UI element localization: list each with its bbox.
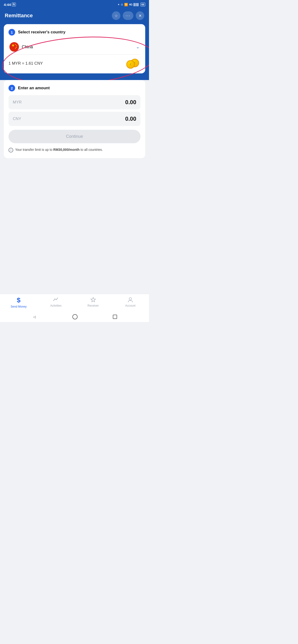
country-left: ★ ★ ★ ★ ★ China	[9, 42, 33, 52]
svg-marker-6	[91, 298, 96, 302]
myr-label: MYR	[13, 100, 22, 105]
step2-title: Enter an amount	[18, 86, 50, 90]
account-label: Account	[125, 304, 136, 307]
step1-title: Select receiver's country	[18, 30, 65, 34]
nav-activities[interactable]: Activities	[37, 296, 75, 308]
account-icon	[127, 296, 134, 303]
close-button[interactable]: ✕	[136, 11, 144, 20]
receiver-icon	[90, 296, 96, 303]
cny-value: 0.00	[125, 116, 136, 122]
country-name: China	[22, 44, 33, 50]
content-wrapper: 2 Enter an amount MYR 0.00 CNY 0.00 Cont…	[0, 80, 149, 294]
header-actions: ☆ ··· ✕	[112, 11, 144, 20]
myr-input-box[interactable]: MYR 0.00	[8, 95, 140, 110]
svg-text:★: ★	[16, 45, 17, 46]
amount-card: 2 Enter an amount MYR 0.00 CNY 0.00 Cont…	[4, 80, 145, 158]
activities-icon	[52, 296, 59, 303]
step1-header: 1 Select receiver's country	[8, 29, 140, 36]
exchange-rate-row: 1 MYR = 1.61 CNY € €	[8, 58, 140, 69]
step2-badge: 2	[8, 85, 15, 92]
chevron-down-icon: ⌄	[136, 44, 140, 50]
bottom-nav: $ Send Money Activities Receiver Account	[0, 294, 149, 312]
cny-input-box[interactable]: CNY 0.00	[8, 112, 140, 126]
nav-account[interactable]: Account	[112, 296, 149, 308]
app-header: Remittance ☆ ··· ✕	[0, 8, 149, 24]
myr-value: 0.00	[125, 99, 136, 106]
android-recent-button[interactable]	[113, 315, 117, 319]
info-icon: i	[8, 148, 13, 152]
star-icon: ☆	[114, 14, 118, 18]
status-bar: 4:44 N ✦ ⊙ 🛜 4G ▌▌▌ 66	[0, 0, 149, 8]
svg-point-7	[129, 298, 131, 300]
china-flag: ★ ★ ★ ★ ★	[9, 42, 19, 52]
close-icon: ✕	[139, 14, 142, 18]
country-card: 1 Select receiver's country ★ ★ ★ ★ ★ Ch…	[4, 24, 145, 74]
flag-svg: ★ ★ ★ ★ ★	[9, 42, 19, 52]
continue-button[interactable]: Continue	[8, 130, 140, 143]
receiver-label: Receiver	[87, 304, 99, 307]
status-time: 4:44 N	[4, 2, 16, 7]
transfer-limit-text: Your transfer limit is up to RM30,000/mo…	[15, 148, 103, 152]
spacer	[4, 161, 145, 180]
coin-front: €	[126, 60, 135, 69]
header-title: Remittance	[5, 12, 33, 19]
android-nav: ◁	[0, 312, 149, 322]
step1-badge: 1	[8, 29, 15, 36]
step2-header: 2 Enter an amount	[8, 85, 140, 92]
status-icons: ✦ ⊙ 🛜 4G ▌▌▌ 66	[118, 2, 145, 6]
country-selector[interactable]: ★ ★ ★ ★ ★ China ⌄	[8, 39, 140, 55]
svg-text:★: ★	[15, 47, 16, 49]
more-button[interactable]: ···	[123, 11, 133, 20]
send-money-icon: $	[17, 296, 20, 304]
android-back-button[interactable]: ◁	[32, 314, 37, 320]
cny-label: CNY	[13, 116, 21, 121]
android-home-button[interactable]	[72, 314, 78, 320]
main-area: 1 Select receiver's country ★ ★ ★ ★ ★ Ch…	[0, 24, 149, 80]
activities-label: Activities	[50, 304, 61, 307]
more-icon: ···	[126, 13, 131, 18]
send-money-label: Send Money	[11, 305, 26, 308]
nav-send-money[interactable]: $ Send Money	[0, 296, 37, 308]
nav-receiver[interactable]: Receiver	[74, 296, 112, 308]
coin-illustration: € €	[126, 58, 140, 69]
exchange-rate-text: 1 MYR = 1.61 CNY	[8, 61, 43, 66]
transfer-limit-row: i Your transfer limit is up to RM30,000/…	[8, 146, 140, 154]
svg-text:★: ★	[11, 43, 15, 47]
favorite-button[interactable]: ☆	[112, 11, 120, 20]
